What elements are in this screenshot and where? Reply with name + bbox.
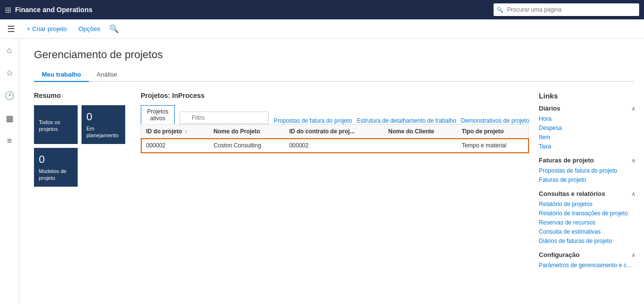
relatorio-projetos-link[interactable]: Relatório de projetos [539, 201, 593, 208]
faturas-header: Faturas de projeto ∧ [539, 157, 636, 164]
demonstrativos-link[interactable]: Demonstrativos de projeto [461, 117, 529, 124]
tile-row-2: 0 Modelos de projeto [34, 148, 131, 187]
diarios-collapse-icon[interactable]: ∧ [631, 105, 636, 112]
create-project-button[interactable]: + Criar projeto [22, 23, 72, 34]
list-item: Reservas de recursos [539, 219, 636, 226]
col-id-projeto[interactable]: ID do projeto ↑ [141, 125, 209, 139]
diarios-faturas-link[interactable]: Diários de faturas de projeto [539, 238, 612, 244]
create-project-label: + Criar projeto [27, 25, 67, 32]
diarios-list: Hora Despesa Item Taxa [539, 115, 636, 150]
tile-em-planejamento[interactable]: 0 Em planejamento [82, 105, 125, 144]
command-search-button[interactable]: 🔍 [107, 22, 121, 35]
projects-table-wrapper: ID do projeto ↑ Nome do Projeto ID do co… [141, 124, 529, 153]
sidebar-clock-icon[interactable]: 🕐 [2, 89, 17, 103]
tab-meu-trabalho[interactable]: Meu trabalho [34, 68, 89, 82]
app-title: Finance and Operations [15, 6, 490, 14]
options-label: Opções [79, 25, 100, 32]
content-area: Resumo Todos os projetos 0 Em planejamen… [34, 92, 634, 294]
links-section-diarios: Diários ∧ Hora Despesa Item Taxa [539, 105, 636, 150]
consultas-list: Relatório de projetos Relatório de trans… [539, 200, 636, 244]
list-item: Despesa [539, 124, 636, 131]
tiles-grid: Todos os projetos 0 Em planejamento 0 Mo… [34, 105, 131, 187]
global-search-wrapper [494, 3, 639, 16]
tile-modelos-number: 0 [39, 153, 45, 166]
tile-modelos[interactable]: 0 Modelos de projeto [34, 148, 78, 187]
options-button[interactable]: Opções [74, 23, 105, 34]
estrutura-link[interactable]: Estrutura de detalhamento de trabalho [357, 117, 456, 124]
consultas-header: Consultas e relatórios ∧ [539, 190, 636, 197]
tile-row-1: Todos os projetos 0 Em planejamento [34, 105, 131, 144]
list-item: Hora [539, 115, 636, 122]
resumo-section: Resumo Todos os projetos 0 Em planejamen… [34, 92, 131, 294]
cell-tipo-projeto: Tempo e material [457, 139, 528, 153]
tile-em-planejamento-label: Em planejamento [86, 125, 120, 139]
table-row[interactable]: 000002 Coston Consulting 000002 Tempo e … [141, 139, 528, 153]
list-item: Relatório de projetos [539, 200, 636, 208]
consultas-collapse-icon[interactable]: ∧ [631, 191, 636, 197]
sidebar-grid-icon[interactable]: ▦ [4, 112, 16, 126]
parametros-link[interactable]: Parâmetros de gerenciamento e c... [539, 262, 631, 269]
cell-id-contrato: 000002 [284, 139, 383, 153]
list-item: Relatório de transações de projeto [539, 209, 636, 217]
tabs: Meu trabalho Análise [34, 68, 634, 82]
diarios-header: Diários ∧ [539, 105, 636, 112]
sort-icon-id: ↑ [185, 129, 187, 134]
faturas-proj-link[interactable]: Faturas de projeto [539, 176, 586, 183]
list-item: Taxa [539, 143, 636, 150]
propostas-fatura-proj-link[interactable]: Propostas de fatura do projeto [539, 167, 617, 174]
faturas-list: Propostas de fatura do projeto Faturas d… [539, 167, 636, 183]
projetos-title: Projetos: InProcess [141, 92, 529, 99]
taxa-link[interactable]: Taxa [539, 143, 551, 150]
sidebar-list-icon[interactable]: ≡ [5, 134, 14, 148]
col-tipo-projeto[interactable]: Tipo de projeto [457, 125, 528, 139]
faturas-title: Faturas de projeto [539, 157, 594, 164]
list-item: Item [539, 133, 636, 141]
reservas-recursos-link[interactable]: Reservas de recursos [539, 219, 595, 226]
configuracao-title: Configuração [539, 251, 579, 258]
resumo-title: Resumo [34, 92, 131, 99]
page-title: Gerenciamento de projetos [34, 48, 634, 61]
filter-input[interactable] [180, 112, 269, 124]
tab-analise[interactable]: Análise [89, 68, 125, 82]
tile-em-planejamento-number: 0 [86, 111, 92, 123]
hamburger-icon[interactable]: ☰ [7, 24, 15, 34]
links-panel: Links Diários ∧ Hora Despesa Item Taxa F… [539, 92, 636, 294]
faturas-collapse-icon[interactable]: ∧ [631, 157, 636, 164]
tile-todos-os-projetos[interactable]: Todos os projetos [34, 105, 78, 144]
consultas-title: Consultas e relatórios [539, 190, 605, 197]
table-header: ID do projeto ↑ Nome do Projeto ID do co… [141, 125, 528, 139]
filter-wrapper [180, 112, 269, 124]
diarios-title: Diários [539, 105, 560, 112]
list-item: Faturas de projeto [539, 176, 636, 183]
configuracao-header: Configuração ∧ [539, 251, 636, 258]
col-nome-cliente[interactable]: Nome do Cliente [383, 125, 457, 139]
consulta-estimativas-link[interactable]: Consulta de estimativas [539, 228, 600, 235]
tile-todos-label: Todos os projetos [39, 119, 73, 133]
hora-link[interactable]: Hora [539, 115, 551, 122]
list-item: Parâmetros de gerenciamento e c... [539, 261, 636, 269]
despesa-link[interactable]: Despesa [539, 125, 561, 131]
col-nome-projeto[interactable]: Nome do Projeto [209, 125, 284, 139]
propostas-fatura-link[interactable]: Propostas de fatura do projeto [274, 117, 352, 124]
col-id-contrato[interactable]: ID do contrato de proj... [284, 125, 383, 139]
global-search-input[interactable] [494, 3, 639, 16]
sidebar-star-icon[interactable]: ☆ [4, 66, 15, 80]
command-bar: ☰ + Criar projeto Opções 🔍 [0, 19, 644, 39]
links-section-configuracao: Configuração ∧ Parâmetros de gerenciamen… [539, 251, 636, 269]
relatorio-transacoes-link[interactable]: Relatório de transações de projeto [539, 210, 627, 217]
links-section-consultas: Consultas e relatórios ∧ Relatório de pr… [539, 190, 636, 244]
links-section-faturas: Faturas de projeto ∧ Propostas de fatura… [539, 157, 636, 183]
sidebar-home-icon[interactable]: ⌂ [5, 44, 14, 57]
cell-id-projeto: 000002 [141, 139, 209, 153]
configuracao-collapse-icon[interactable]: ∧ [631, 252, 636, 258]
main-content: Gerenciamento de projetos Meu trabalho A… [19, 39, 644, 304]
cell-nome-projeto: Coston Consulting [209, 139, 284, 153]
item-link[interactable]: Item [539, 134, 550, 141]
list-item: Propostas de fatura do projeto [539, 167, 636, 174]
list-item: Consulta de estimativas [539, 228, 636, 235]
cell-nome-cliente [383, 139, 457, 153]
sidebar: ⌂ ☆ 🕐 ▦ ≡ [0, 39, 19, 304]
list-item: Diários de faturas de projeto [539, 237, 636, 244]
projetos-ativos-button[interactable]: Projetos ativos [141, 105, 175, 124]
grid-icon[interactable]: ⊞ [5, 5, 11, 15]
